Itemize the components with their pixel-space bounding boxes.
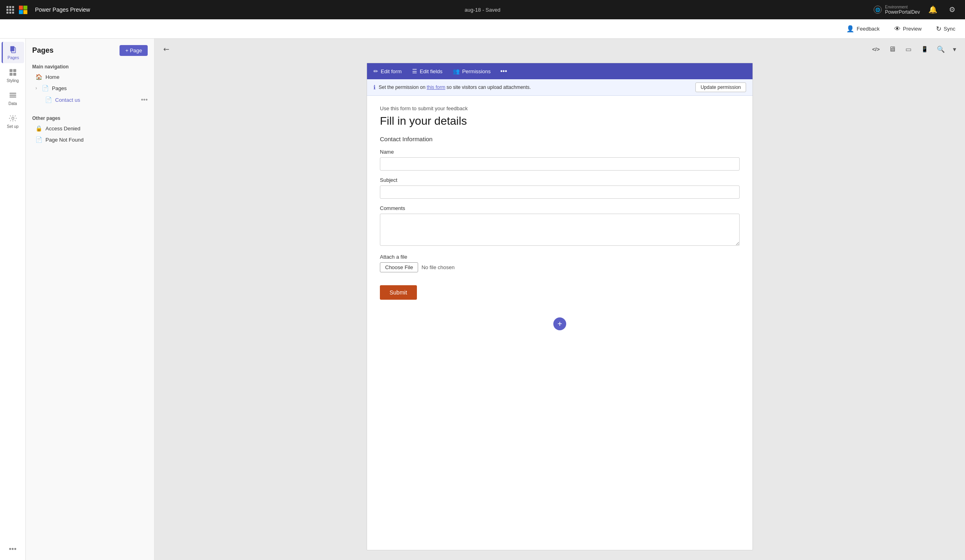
icon-sidebar: Pages Styling Data Set up (0, 39, 26, 560)
settings-button[interactable]: ⚙ (946, 3, 959, 16)
pages-panel: Pages + Page Main navigation 🏠 Home › 📄 … (26, 39, 155, 560)
attach-label: Attach a file (380, 254, 740, 260)
environment-text: Environment PowerPortalDev (885, 5, 920, 15)
choose-file-button[interactable]: Choose File (380, 262, 418, 272)
comments-input[interactable] (380, 214, 740, 246)
no-file-text: No file chosen (421, 264, 454, 270)
page-not-found-icon: 📄 (35, 136, 42, 143)
zoom-dropdown-button[interactable]: ▾ (951, 43, 959, 56)
nav-item-access-denied[interactable]: 🔒 Access Denied (26, 123, 154, 134)
canvas-toolbar-right: </> 🖥 ▭ 📱 🔍 ▾ (870, 43, 959, 56)
main-layout: Pages Styling Data Set up (0, 39, 965, 560)
nav-item-home[interactable]: 🏠 Home (26, 71, 154, 82)
name-input[interactable] (380, 157, 740, 171)
update-permission-button[interactable]: Update permission (695, 82, 746, 92)
styling-icon (8, 68, 17, 77)
nav-item-contact-us[interactable]: 📄 Contact us ••• (26, 94, 154, 106)
sidebar-item-data[interactable]: Data (2, 88, 24, 109)
permissions-label: Permissions (462, 68, 491, 74)
mobile-view-button[interactable]: 📱 (918, 44, 931, 54)
nav-item-page-not-found[interactable]: 📄 Page Not Found (26, 134, 154, 145)
preview-button[interactable]: 👁 Preview (891, 24, 925, 34)
pages-panel-title: Pages (32, 46, 54, 55)
subject-label: Subject (380, 177, 740, 183)
sidebar-item-styling[interactable]: Styling (2, 65, 24, 86)
nav-item-pages[interactable]: › 📄 Pages (26, 82, 154, 94)
edit-fields-label: Edit fields (420, 68, 442, 74)
page-content: ✏ Edit form ☰ Edit fields 👥 Permissions … (367, 63, 753, 550)
environment-label: Environment (885, 5, 920, 9)
contact-us-file-icon: 📄 (45, 97, 52, 103)
data-icon (8, 91, 17, 100)
other-pages-section-title: Other pages (26, 112, 154, 123)
nav-item-contact-us-label: Contact us (55, 97, 80, 103)
feedback-button[interactable]: 👤 Feedback (843, 23, 883, 34)
sync-button[interactable]: ↻ Sync (933, 23, 959, 34)
preview-icon: 👁 (894, 25, 901, 33)
svg-rect-7 (9, 95, 16, 96)
edit-form-label: Edit form (381, 68, 402, 74)
form-toolbar-more-button[interactable]: ••• (496, 65, 511, 77)
environment-info[interactable]: 🌐 Environment PowerPortalDev (874, 5, 920, 15)
form-toolbar: ✏ Edit form ☰ Edit fields 👥 Permissions … (367, 63, 753, 79)
svg-rect-8 (9, 97, 16, 98)
attach-file-field: Attach a file Choose File No file chosen (380, 254, 740, 272)
sidebar-label-data: Data (8, 101, 17, 106)
pages-file-icon: 📄 (42, 85, 49, 91)
pages-chevron-icon: › (35, 85, 37, 91)
submit-button[interactable]: Submit (380, 285, 417, 300)
comments-label: Comments (380, 205, 740, 211)
secondary-bar: 👤 Feedback 👁 Preview ↻ Sync (0, 19, 965, 39)
page-canvas[interactable]: ✏ Edit form ☰ Edit fields 👥 Permissions … (155, 60, 965, 560)
edit-form-icon: ✏ (373, 68, 378, 74)
pages-panel-header: Pages + Page (26, 45, 154, 61)
svg-point-9 (12, 117, 14, 119)
form-section-title: Contact Information (380, 136, 740, 142)
top-bar-right: 🌐 Environment PowerPortalDev 🔔 ⚙ (874, 3, 959, 16)
environment-name: PowerPortalDev (885, 9, 920, 15)
access-denied-icon: 🔒 (35, 125, 42, 132)
waffle-menu-icon[interactable] (6, 6, 14, 14)
more-icon: ••• (500, 68, 507, 74)
subject-input[interactable] (380, 185, 740, 199)
zoom-button[interactable]: 🔍 (934, 43, 947, 56)
add-section-button[interactable]: + (553, 317, 566, 330)
banner-message: Set the permission on this form so site … (379, 84, 531, 90)
feedback-label: Feedback (857, 26, 880, 32)
svg-rect-2 (9, 69, 12, 72)
canvas-toolbar: ↖ </> 🖥 ▭ 📱 🔍 ▾ (155, 39, 965, 60)
pages-icon (9, 45, 18, 54)
notifications-button[interactable]: 🔔 (926, 3, 939, 16)
contact-us-more-icon[interactable]: ••• (141, 96, 148, 103)
sidebar-item-pages[interactable]: Pages (2, 42, 24, 63)
edit-form-button[interactable]: ✏ Edit form (369, 66, 406, 77)
tablet-view-button[interactable]: ▭ (902, 44, 915, 55)
sidebar-more-button[interactable]: ••• (9, 545, 16, 554)
cursor-tool-button[interactable]: ↖ (158, 40, 175, 58)
microsoft-logo (19, 6, 27, 14)
desktop-view-button[interactable]: 🖥 (885, 43, 899, 55)
edit-fields-icon: ☰ (412, 68, 417, 74)
top-bar: Power Pages Preview aug-18 - Saved 🌐 Env… (0, 0, 965, 19)
name-field: Name (380, 149, 740, 171)
add-page-button[interactable]: + Page (120, 45, 148, 56)
feedback-icon: 👤 (846, 25, 854, 33)
add-page-label: + Page (125, 47, 142, 54)
form-title: Fill in your details (380, 115, 740, 128)
app-title: Power Pages Preview (35, 6, 90, 13)
doc-title: aug-18 - Saved (465, 7, 501, 13)
this-form-link[interactable]: this form (427, 84, 445, 90)
canvas-toolbar-left: ↖ (161, 42, 172, 56)
permissions-button[interactable]: 👥 Permissions (448, 66, 495, 77)
code-view-button[interactable]: </> (870, 44, 882, 55)
nav-item-pages-label: Pages (52, 85, 67, 91)
add-section-icon: + (557, 319, 562, 329)
edit-fields-button[interactable]: ☰ Edit fields (407, 66, 447, 77)
permissions-icon: 👥 (453, 68, 460, 74)
sidebar-item-setup[interactable]: Set up (2, 111, 24, 132)
file-input-row: Choose File No file chosen (380, 262, 740, 272)
content-area: ↖ </> 🖥 ▭ 📱 🔍 ▾ ✏ Edit form (155, 39, 965, 560)
nav-item-page-not-found-label: Page Not Found (45, 137, 84, 143)
home-icon: 🏠 (35, 74, 42, 80)
svg-rect-5 (13, 73, 16, 76)
